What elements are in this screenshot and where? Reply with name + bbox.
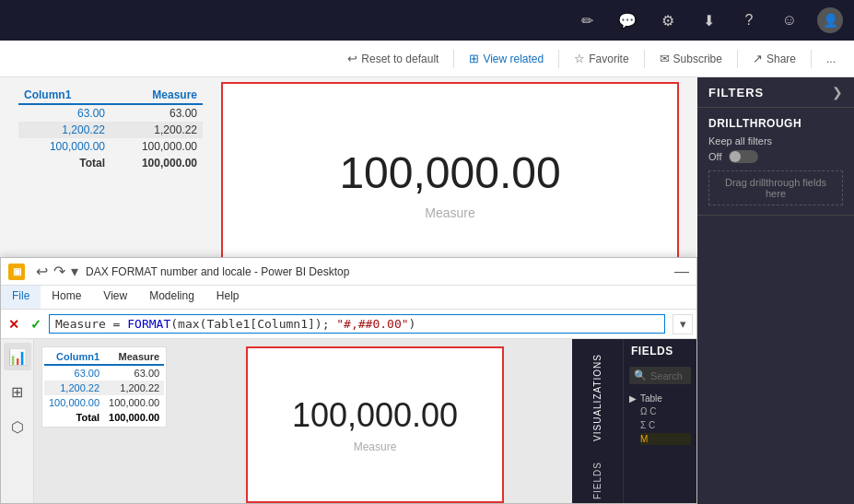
col1-header: Column1 — [18, 87, 111, 104]
view-related-button[interactable]: ⊞ View related — [462, 48, 551, 69]
keep-filters-toggle[interactable] — [729, 150, 758, 163]
star-icon: ☆ — [574, 52, 585, 65]
envelope-icon: ✉ — [660, 52, 670, 65]
inner-card-label: Measure — [354, 440, 397, 453]
filters-title: FILTERS — [708, 86, 764, 100]
chat-icon[interactable]: 💬 — [614, 7, 640, 33]
pbi-title-bar: ▣ ↩ ↷ ▾ DAX FORMAT number and locale - P… — [1, 258, 696, 286]
pbi-logo: ▣ — [8, 264, 25, 280]
fields-panel-snippet: FIELDS 🔍 Search ▶ Table Ω C — [623, 339, 696, 503]
model-view-icon[interactable]: ⬡ — [4, 413, 31, 440]
pbi-left-sidebar: 📊 ⊞ ⬡ — [1, 339, 34, 503]
subscribe-button[interactable]: ✉ Subscribe — [652, 48, 730, 69]
pbi-report-canvas: Column1 Measure 63.0063.001,200.221,200.… — [34, 339, 572, 503]
fields-item-c1[interactable]: Ω C — [640, 405, 691, 417]
keep-all-filters-label: Keep all filters — [708, 135, 843, 147]
fields-tab[interactable]: FIELDS — [592, 454, 602, 503]
report-view-icon[interactable]: 📊 — [4, 343, 31, 370]
formula-confirm[interactable]: ✓ — [27, 317, 45, 332]
pbi-window: ▣ ↩ ↷ ▾ DAX FORMAT number and locale - P… — [0, 257, 697, 504]
card-value-top: 100,000.00 — [339, 147, 560, 198]
total-value: 100,000.00 — [111, 155, 203, 171]
pbi-menu-bar: File Home View Modeling Help — [1, 286, 696, 310]
smiley-icon[interactable]: ☺ — [777, 7, 802, 33]
table-visual-top: Column1 Measure 63.0063.001,200.221,200.… — [18, 87, 203, 171]
inner-table-visual: Column1 Measure 63.0063.001,200.221,200.… — [41, 346, 167, 428]
undo-btn[interactable]: ↩ — [36, 263, 48, 280]
download-icon[interactable]: ⬇ — [696, 7, 721, 33]
inner-card-value: 100,000.00 — [292, 396, 458, 435]
report-panel: Column1 Measure 63.0063.001,200.221,200.… — [0, 77, 697, 504]
toggle-thumb — [730, 151, 741, 162]
drillthrough-title: DRILLTHROUGH — [708, 117, 843, 130]
menu-help[interactable]: Help — [205, 286, 251, 309]
inner-table-cell: 100,000.00 — [104, 395, 164, 410]
dropdown-btn[interactable]: ▾ — [71, 263, 78, 280]
inner-table-cell: 1,200.22 — [104, 381, 164, 395]
favorite-button[interactable]: ☆ Favorite — [567, 48, 636, 69]
fields-panel-title: FIELDS — [624, 339, 696, 363]
main-area: Column1 Measure 63.0063.001,200.221,200.… — [0, 77, 854, 504]
visualizations-tab[interactable]: VISUALIZATIONS — [592, 346, 602, 449]
drillthrough-drop-zone: Drag drillthrough fields here — [708, 170, 843, 205]
fields-search-placeholder: Search — [650, 370, 683, 381]
filters-chevron[interactable]: ❯ — [832, 85, 843, 100]
menu-view[interactable]: View — [92, 286, 138, 309]
inner-total-label: Total — [44, 410, 104, 425]
top-bar: ✏ 💬 ⚙ ⬇ ? ☺ 👤 — [0, 0, 854, 41]
separator3 — [644, 50, 645, 68]
toolbar: ↩ Reset to default ⊞ View related ☆ Favo… — [0, 41, 854, 77]
table-cell: 1,200.22 — [18, 122, 111, 138]
card-label-top: Measure — [425, 205, 474, 220]
data-view-icon[interactable]: ⊞ — [4, 378, 31, 405]
inner-col1-header: Column1 — [44, 349, 104, 365]
view-related-icon: ⊞ — [469, 52, 479, 65]
table-cell: 100,000.00 — [111, 138, 203, 155]
right-panel: FILTERS ❯ DRILLTHROUGH Keep all filters … — [697, 77, 854, 504]
pbi-window-title: DAX FORMAT number and locale - Power BI … — [86, 265, 667, 278]
inner-col2-header: Measure — [104, 349, 164, 365]
inner-table-cell: 1,200.22 — [44, 381, 104, 395]
share-icon: ↗ — [753, 52, 763, 65]
table-cell: 63.00 — [18, 104, 111, 122]
drillthrough-section: DRILLTHROUGH Keep all filters Off Drag d… — [697, 108, 854, 216]
table-cell: 1,200.22 — [111, 122, 203, 138]
share-button[interactable]: ↗ Share — [745, 48, 803, 69]
separator4 — [737, 50, 738, 68]
pencil-icon[interactable]: ✏ — [574, 7, 600, 33]
fields-item-c2[interactable]: Σ C — [640, 419, 691, 431]
help-icon[interactable]: ? — [736, 7, 762, 33]
card-visual-top: 100,000.00 Measure — [221, 82, 679, 285]
inner-table-cell: 100,000.00 — [44, 395, 104, 410]
more-button[interactable]: ... — [819, 49, 843, 69]
toggle-off-label: Off — [708, 151, 721, 162]
inner-card-visual: 100,000.00 Measure — [246, 346, 504, 503]
menu-home[interactable]: Home — [41, 286, 92, 309]
separator2 — [558, 50, 559, 68]
filters-header: FILTERS ❯ — [697, 77, 854, 108]
formula-dropdown[interactable]: ▾ — [673, 314, 693, 334]
reset-icon: ↩ — [347, 52, 357, 65]
redo-btn[interactable]: ↷ — [53, 263, 65, 280]
table-cell: 63.00 — [111, 104, 203, 122]
inner-total-value: 100,000.00 — [104, 410, 164, 425]
pbi-content: 📊 ⊞ ⬡ Column1 Measure — [1, 339, 696, 503]
reset-default-button[interactable]: ↩ Reset to default — [340, 48, 446, 69]
inner-table-cell: 63.00 — [104, 365, 164, 381]
settings-icon[interactable]: ⚙ — [655, 7, 681, 33]
user-avatar[interactable]: 👤 — [817, 7, 843, 33]
formula-input[interactable]: Measure = FORMAT(max(Table1[Column1]); "… — [49, 314, 665, 334]
col2-header: Measure — [111, 87, 203, 104]
minimize-btn[interactable]: — — [674, 264, 689, 280]
pbi-window-controls: ↩ ↷ ▾ — [36, 263, 78, 280]
fields-item-m[interactable]: M — [640, 433, 691, 445]
fields-table-item[interactable]: Table — [640, 393, 662, 404]
separator — [453, 50, 454, 68]
separator5 — [811, 50, 812, 68]
menu-modeling[interactable]: Modeling — [138, 286, 205, 309]
menu-file[interactable]: File — [1, 286, 41, 309]
formula-cancel[interactable]: ✕ — [5, 317, 23, 332]
toggle-row: Off — [708, 150, 843, 163]
table-cell: 100,000.00 — [18, 138, 111, 155]
pbi-right-sidebar: VISUALIZATIONS FIELDS FILTERS — [572, 339, 623, 503]
